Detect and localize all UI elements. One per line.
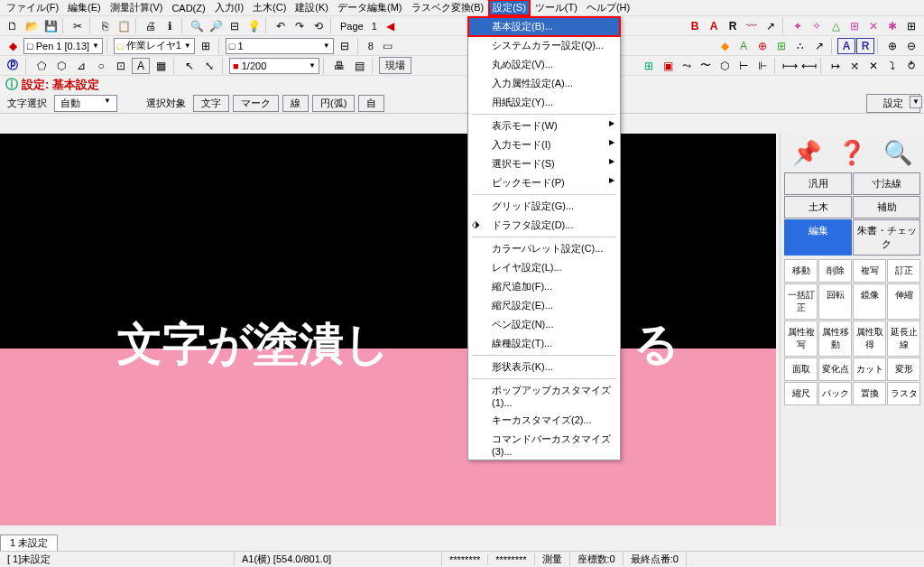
ext2-icon[interactable]: ⤨: [845, 58, 864, 74]
ext1-icon[interactable]: ↦: [827, 58, 845, 74]
dim1-icon[interactable]: ⟼: [781, 58, 799, 74]
pointer-icon[interactable]: ↖: [180, 58, 199, 74]
green-a-icon[interactable]: A: [735, 38, 753, 54]
box-a-icon[interactable]: A: [837, 38, 855, 54]
cut-icon[interactable]: ✂: [69, 18, 87, 34]
menu-cad[interactable]: CAD(Z): [167, 1, 209, 15]
menu-item-2[interactable]: 丸め設定(V)...: [468, 55, 620, 74]
tool-パック[interactable]: パック: [818, 382, 852, 405]
zoom-fit-icon[interactable]: 🔍: [188, 18, 206, 34]
menu-item-0[interactable]: 基本設定(B)...: [468, 17, 620, 36]
copy-icon[interactable]: ⎘: [96, 18, 114, 34]
grid2-icon[interactable]: ⊞: [772, 38, 790, 54]
side-tab-編集[interactable]: 編集: [784, 219, 852, 256]
menu-item-12[interactable]: ドラフタ設定(D)...⬗: [468, 216, 620, 235]
eq-icon[interactable]: ⊟: [336, 38, 354, 54]
zoom-in-icon[interactable]: 🔎: [207, 18, 225, 34]
tool-複写[interactable]: 複写: [853, 259, 886, 283]
num-combo[interactable]: □ 1▼: [226, 38, 334, 54]
type-a-icon[interactable]: A: [705, 18, 723, 34]
tool-訂正[interactable]: 訂正: [887, 259, 920, 283]
tool-面取[interactable]: 面取: [784, 358, 818, 381]
moji-button[interactable]: 文字: [193, 95, 229, 112]
menu-item-14[interactable]: カラーパレット設定(C)...: [468, 239, 620, 258]
shape4-icon[interactable]: ○: [92, 58, 110, 74]
menu-survey[interactable]: 測量計算(V): [106, 0, 168, 16]
gx-icon[interactable]: ⊞: [640, 58, 658, 74]
red-plus-icon[interactable]: ⊕: [753, 38, 772, 54]
table-icon[interactable]: ⊞: [845, 18, 864, 34]
layer-combo[interactable]: □ 作業レイヤ1▼: [114, 38, 195, 54]
tool-ラスタ[interactable]: ラスタ: [887, 382, 920, 405]
magnify-icon[interactable]: 🔍: [883, 139, 912, 167]
pink2-icon[interactable]: ✧: [808, 18, 826, 34]
drawing-canvas[interactable]: 文字が塗潰しる: [0, 134, 776, 525]
shape1-icon[interactable]: ⬠: [32, 58, 51, 74]
type-r-icon[interactable]: R: [724, 18, 742, 34]
bulb-icon[interactable]: 💡: [245, 18, 263, 34]
line-button[interactable]: 線: [282, 95, 309, 112]
side-tab-土木[interactable]: 土木: [784, 196, 852, 218]
page-tab-1[interactable]: 1 未設定: [0, 534, 58, 551]
menu-item-8[interactable]: 選択モード(S): [468, 154, 620, 173]
open-icon[interactable]: 📂: [23, 18, 41, 34]
side-tab-補助[interactable]: 補助: [853, 196, 920, 218]
red-s-icon[interactable]: ▣: [659, 58, 677, 74]
menu-item-18[interactable]: ペン設定(N)...: [468, 315, 620, 334]
grid-icon[interactable]: ⊞: [902, 18, 920, 34]
shape3-icon[interactable]: ⊿: [72, 58, 90, 74]
ruler-icon[interactable]: ⊢: [735, 58, 753, 74]
menu-item-17[interactable]: 縮尺設定(E)...: [468, 296, 620, 315]
menu-item-21[interactable]: 形状表示(K)...: [468, 358, 620, 376]
menu-item-6[interactable]: 表示モード(W): [468, 116, 620, 135]
dots-icon[interactable]: ∴: [791, 38, 809, 54]
menu-item-7[interactable]: 入力モード(I): [468, 135, 620, 154]
pin-icon[interactable]: 📌: [792, 139, 821, 167]
red-bold-icon[interactable]: B: [686, 18, 704, 34]
mark-button[interactable]: マーク: [233, 95, 279, 112]
menu-item-25[interactable]: コマンドバーカスタマイズ(3)...: [468, 430, 620, 460]
menu-doboku[interactable]: 土木(C): [248, 0, 291, 16]
print2-icon[interactable]: 🖶: [330, 58, 348, 74]
tool-伸縮[interactable]: 伸縮: [887, 284, 920, 320]
pink4-icon[interactable]: ✕: [864, 18, 882, 34]
arrow2-icon[interactable]: ↗: [810, 38, 828, 54]
menu-item-11[interactable]: グリッド設定(G)...: [468, 197, 620, 216]
tool-移動[interactable]: 移動: [784, 259, 818, 283]
tool-置換[interactable]: 置換: [853, 382, 886, 405]
box-r-icon[interactable]: R: [856, 38, 874, 54]
menu-kensetu[interactable]: 建設(K): [291, 0, 333, 16]
tool-削除[interactable]: 削除: [818, 259, 852, 283]
tool-回転[interactable]: 回転: [818, 284, 852, 320]
tool-一括訂正[interactable]: 一括訂正: [784, 284, 818, 320]
menu-item-16[interactable]: 縮尺追加(F)...: [468, 277, 620, 296]
history-icon[interactable]: ⟲: [310, 18, 328, 34]
menu-file[interactable]: ファイル(F): [2, 0, 63, 16]
question-icon[interactable]: ❓: [837, 139, 866, 167]
redo-icon[interactable]: ↷: [291, 18, 309, 34]
tool-属性移動[interactable]: 属性移動: [818, 321, 852, 357]
ext4-icon[interactable]: ⤵: [883, 58, 901, 74]
pen-combo[interactable]: □ Pen 1 [0.13]▼: [23, 38, 103, 54]
tool-延長止線[interactable]: 延長止線: [887, 321, 920, 357]
curve-icon[interactable]: ⤳: [678, 58, 696, 74]
menu-input[interactable]: 入力(I): [210, 0, 248, 16]
tool-属性複写[interactable]: 属性複写: [784, 321, 818, 357]
tool-縮尺[interactable]: 縮尺: [784, 382, 818, 405]
menu-item-15[interactable]: レイヤ設定(L)...: [468, 258, 620, 277]
tool-変化点[interactable]: 変化点: [818, 358, 852, 381]
menu-item-9[interactable]: ピックモード(P): [468, 173, 620, 192]
paste-icon[interactable]: 📋: [115, 18, 133, 34]
menu-item-19[interactable]: 線種設定(T)...: [468, 334, 620, 353]
layer-manage-icon[interactable]: ⊞: [197, 38, 215, 54]
save-icon[interactable]: 💾: [42, 18, 60, 34]
dec-icon[interactable]: ⊖: [902, 38, 920, 54]
pink5-icon[interactable]: ✱: [883, 18, 901, 34]
pointer2-icon[interactable]: ⤡: [200, 58, 218, 74]
tool-変形[interactable]: 変形: [887, 358, 920, 381]
orange-icon[interactable]: ◆: [716, 38, 734, 54]
side-tab-汎用[interactable]: 汎用: [784, 172, 852, 195]
site-button[interactable]: 現場: [379, 57, 411, 74]
arrow-icon[interactable]: ↗: [762, 18, 780, 34]
ext3-icon[interactable]: ✕: [864, 58, 882, 74]
